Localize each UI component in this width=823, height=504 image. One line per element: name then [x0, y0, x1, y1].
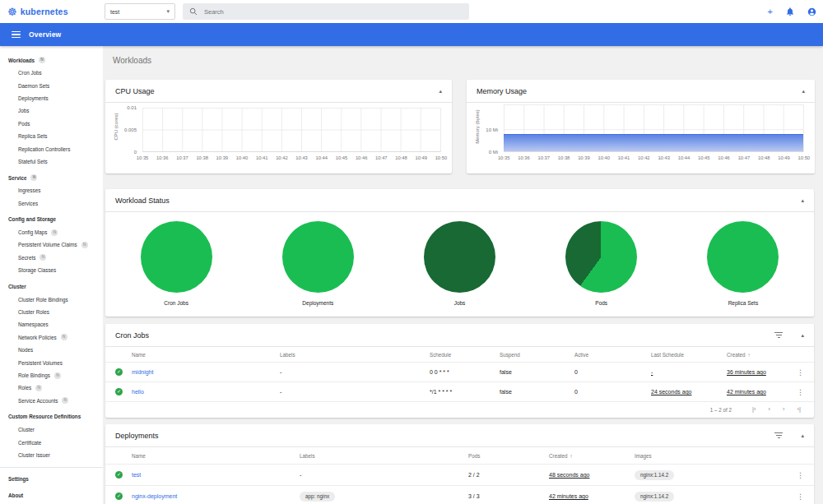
pagination-next-page-icon[interactable]: › [783, 406, 785, 413]
row-actions-kebab-icon[interactable]: ⋮ [789, 492, 804, 501]
sidebar-entry-label: Cluster [8, 284, 26, 289]
x-axis-tick-label: 10:50 [794, 155, 814, 160]
sidebar-nav-entry[interactable]: Storage Classes [0, 264, 103, 276]
collapse-caret-icon[interactable]: ▴ [439, 88, 442, 94]
column-header-schedule[interactable]: Schedule [430, 352, 500, 358]
sidebar-entry-label: Role Bindings [18, 372, 50, 378]
notifications-bell-icon[interactable] [786, 7, 794, 16]
filter-icon[interactable] [774, 332, 783, 338]
sidebar-nav-entry[interactable]: Stateful Sets [0, 155, 103, 168]
column-header-created[interactable]: Created↑ [549, 453, 635, 459]
deployment-name-link[interactable]: test [132, 472, 300, 478]
sidebar-nav-entry[interactable]: Services [0, 197, 103, 210]
replica-sets-pie-wrap: Replica Sets [672, 221, 814, 317]
cron-job-name-link[interactable]: hello [132, 389, 280, 395]
sidebar-nav-entry[interactable]: Nodes [0, 344, 103, 356]
column-header-labels[interactable]: Labels [280, 352, 430, 358]
sidebar-nav-entry[interactable]: Certificate [0, 436, 103, 448]
menu-hamburger-icon[interactable] [12, 31, 21, 38]
cron-job-name-link[interactable]: midnight [132, 369, 280, 375]
column-header-name[interactable]: Name [132, 453, 300, 459]
sidebar-nav-entry[interactable]: Workloads N [0, 53, 103, 67]
sidebar-entry-label: Replica Sets [18, 133, 47, 139]
user-account-icon[interactable] [807, 7, 816, 16]
x-axis-tick-label: 10:47 [371, 155, 391, 160]
sidebar-nav-entry[interactable]: Cluster [0, 280, 103, 293]
deployment-row: ✓ nginx-deployment app: nginx 3 / 3 42 m… [105, 485, 814, 504]
search-input[interactable] [204, 8, 463, 16]
sidebar-nav-entry[interactable]: Network Policies N [0, 331, 103, 344]
column-header-name[interactable]: Name [132, 352, 280, 358]
collapse-caret-icon[interactable]: ▴ [801, 432, 804, 438]
deployments-pie-chart [282, 221, 354, 293]
sidebar-nav-entry[interactable]: Cron Jobs [0, 67, 103, 79]
collapse-caret-icon[interactable]: ▴ [801, 197, 804, 203]
pagination-first-page-icon[interactable]: |‹ [752, 406, 756, 413]
column-header-images[interactable]: Images [635, 453, 789, 459]
x-axis-tick-label: 10:46 [351, 155, 371, 160]
create-resource-icon[interactable]: + [768, 7, 773, 16]
sidebar-nav-entry[interactable]: Custom Resource Definitions [0, 410, 103, 423]
sidebar-nav-entry[interactable]: Jobs [0, 104, 103, 117]
column-header-pods[interactable]: Pods [468, 453, 549, 459]
pie-label: Cron Jobs [164, 300, 188, 306]
x-axis-tick-label: 10:44 [312, 155, 332, 160]
deployment-row: ✓ test - 2 / 2 48 seconds ago nginx:1.14… [105, 464, 814, 485]
row-actions-kebab-icon[interactable]: ⋮ [789, 471, 804, 479]
sidebar-nav-entry[interactable]: Ingresses [0, 184, 103, 197]
sidebar-nav-entry[interactable]: Config Maps N [0, 226, 103, 238]
sidebar-nav-entry[interactable]: Deployments [0, 92, 103, 104]
sidebar-nav-entry[interactable]: Replica Sets [0, 130, 103, 142]
sidebar-nav-entry[interactable]: Service Accounts N [0, 395, 103, 407]
sidebar-nav-entry[interactable]: Cluster [0, 423, 103, 436]
brand-name: kubernetes [21, 7, 68, 16]
sidebar-nav-entry[interactable]: Persistent Volume Claims N [0, 238, 103, 251]
workload-status-card: Workload Status ▴ Cron Jobs Deployments … [105, 189, 814, 317]
sidebar-nav-entry[interactable]: Cluster Issuer [0, 449, 103, 461]
sidebar-nav-entry[interactable]: Role Bindings N [0, 369, 103, 381]
column-header-created[interactable]: Created↑ [727, 352, 789, 358]
sidebar-footer-entry[interactable]: Settings [0, 472, 103, 485]
cron-job-active: 0 [574, 389, 651, 395]
y-tick: 0 [105, 150, 137, 155]
sidebar-nav-entry[interactable]: Persistent Volumes [0, 356, 103, 368]
sidebar-nav-entry[interactable]: Roles N [0, 381, 103, 394]
workload-status-header: Workload Status ▴ [105, 189, 814, 212]
pagination-last-page-icon[interactable]: ›| [797, 406, 801, 413]
sidebar-nav-entry[interactable]: Pods [0, 118, 103, 130]
deployment-name-link[interactable]: nginx-deployment [132, 493, 300, 499]
namespaced-badge: N [62, 397, 68, 404]
toolbar: Overview [0, 23, 823, 46]
sidebar-nav-entry[interactable]: Service N [0, 171, 103, 184]
row-actions-kebab-icon[interactable]: ⋮ [789, 368, 804, 377]
sidebar-footer-entry[interactable]: About [0, 488, 103, 502]
row-actions-kebab-icon[interactable]: ⋮ [789, 388, 804, 396]
cron-job-created: 36 minutes ago [727, 369, 789, 375]
sidebar-entry-label: Settings [8, 476, 29, 482]
page-toolbar-title: Overview [29, 30, 61, 39]
cpu-y-axis-label: CPU (cores) [114, 106, 119, 147]
namespaced-badge: N [54, 372, 61, 379]
sidebar-nav-entry[interactable]: Secrets N [0, 252, 103, 264]
page-title: Workloads [113, 56, 151, 65]
column-header-last-schedule[interactable]: Last Schedule [651, 352, 727, 358]
namespace-selector[interactable]: test ▾ [105, 3, 175, 20]
sidebar-entry-label: Certificate [18, 440, 41, 446]
collapse-caret-icon[interactable]: ▴ [802, 88, 805, 94]
sidebar-nav-entry[interactable]: Namespaces [0, 318, 103, 331]
sidebar-nav-entry[interactable]: Replication Controllers [0, 142, 103, 155]
cron-jobs-card-header: Cron Jobs ▴ [105, 324, 814, 347]
sidebar-nav-entry[interactable]: Config and Storage [0, 213, 103, 226]
sidebar-nav-entry[interactable]: Daemon Sets [0, 79, 103, 91]
sidebar-entry-label: Ingresses [18, 187, 40, 193]
column-header-suspend[interactable]: Suspend [500, 352, 574, 358]
namespaced-badge: N [61, 334, 67, 340]
pagination-prev-page-icon[interactable]: ‹ [769, 406, 771, 413]
sidebar-nav-entry[interactable]: Cluster Role Bindings [0, 293, 103, 305]
collapse-caret-icon[interactable]: ▴ [801, 332, 804, 338]
namespaced-badge: N [51, 229, 58, 236]
sidebar-nav-entry[interactable]: Cluster Roles [0, 306, 103, 318]
column-header-active[interactable]: Active [574, 352, 651, 358]
column-header-labels[interactable]: Labels [300, 453, 468, 459]
filter-icon[interactable] [774, 432, 783, 438]
